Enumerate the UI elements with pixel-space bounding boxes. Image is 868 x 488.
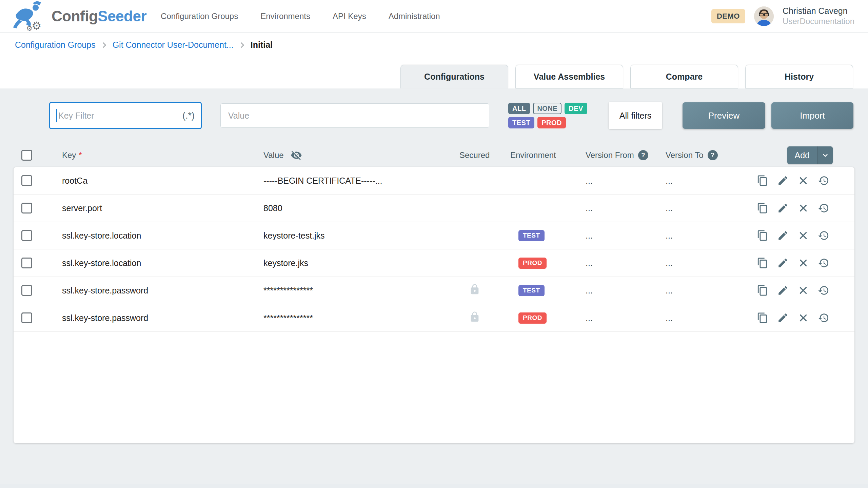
breadcrumb-link-configuration-groups[interactable]: Configuration Groups <box>15 40 96 50</box>
nav-item-administration[interactable]: Administration <box>389 12 440 21</box>
copy-icon[interactable] <box>757 312 768 324</box>
tab-configurations[interactable]: Configurations <box>400 65 508 88</box>
chevron-down-icon[interactable] <box>817 146 833 164</box>
help-icon[interactable]: ? <box>708 150 718 160</box>
edit-icon[interactable] <box>777 230 789 241</box>
environment-filter-badges: ALL NONE DEV TEST PROD <box>508 103 580 128</box>
app-title: ConfigSeeder <box>52 8 146 25</box>
import-button[interactable]: Import <box>771 102 853 129</box>
value-filter-input[interactable] <box>220 103 489 128</box>
row-checkbox[interactable] <box>21 312 32 323</box>
configurations-table: rootCa -----BEGIN CERTIFICATE-----... ..… <box>14 167 854 443</box>
history-icon[interactable] <box>818 230 829 241</box>
svg-text:⚙: ⚙ <box>26 24 33 31</box>
navbar-right: DEMO Christian Cavegn UserDocumentation <box>711 6 854 26</box>
row-checkbox[interactable] <box>21 203 32 214</box>
breadcrumb-current-version: Initial <box>251 40 273 50</box>
version-to-value: ... <box>666 313 673 323</box>
eye-slash-icon[interactable] <box>291 149 302 161</box>
filter-row: (.*) ALL NONE DEV TEST PROD All filters … <box>14 102 854 129</box>
tab-value-assemblies[interactable]: Value Assemblies <box>515 65 623 88</box>
column-header-environment: Environment <box>510 150 586 160</box>
column-header-value: Value <box>263 150 284 160</box>
history-icon[interactable] <box>818 202 829 214</box>
config-key: ssl.key-store.password <box>62 313 263 323</box>
table-row: ssl.key-store.location keystore.jks PROD… <box>14 249 854 277</box>
svg-text:⚙: ⚙ <box>32 19 41 31</box>
env-filter-none[interactable]: NONE <box>533 103 561 114</box>
user-tenant: UserDocumentation <box>783 16 854 26</box>
demo-badge: DEMO <box>711 9 745 23</box>
environment-badge-test: TEST <box>518 230 545 241</box>
add-button-label: Add <box>787 146 817 164</box>
app-logo[interactable]: ⚙ ⚙ ConfigSeeder <box>12 0 146 33</box>
edit-icon[interactable] <box>777 202 789 214</box>
add-button[interactable]: Add <box>787 146 833 164</box>
version-to-value: ... <box>666 176 673 185</box>
user-name: Christian Cavegn <box>783 6 854 16</box>
copy-icon[interactable] <box>757 202 768 214</box>
help-icon[interactable]: ? <box>638 150 648 160</box>
top-navbar: ⚙ ⚙ ConfigSeeder Configuration Groups En… <box>0 0 868 33</box>
delete-icon[interactable] <box>797 175 809 186</box>
tab-history[interactable]: History <box>745 65 853 88</box>
table-row: ssl.key-store.location keystore-test.jks… <box>14 222 854 249</box>
delete-icon[interactable] <box>797 257 809 269</box>
config-value: -----BEGIN CERTIFICATE-----... <box>263 176 459 186</box>
table-row: rootCa -----BEGIN CERTIFICATE-----... ..… <box>14 167 854 195</box>
edit-icon[interactable] <box>777 285 789 296</box>
delete-icon[interactable] <box>797 230 809 241</box>
copy-icon[interactable] <box>757 230 768 241</box>
user-menu[interactable]: Christian Cavegn UserDocumentation <box>783 6 854 26</box>
env-filter-dev[interactable]: DEV <box>565 103 587 114</box>
version-from-value: ... <box>586 258 593 268</box>
regex-suffix: (.*) <box>182 110 195 121</box>
configurations-panel: (.*) ALL NONE DEV TEST PROD All filters … <box>0 88 868 484</box>
all-filters-button[interactable]: All filters <box>609 102 662 129</box>
edit-icon[interactable] <box>777 312 789 324</box>
environment-badge-test: TEST <box>518 285 545 296</box>
history-icon[interactable] <box>818 257 829 269</box>
config-key: server.port <box>62 203 263 213</box>
key-filter-input[interactable] <box>58 111 180 121</box>
config-value: *************** <box>263 313 459 323</box>
edit-icon[interactable] <box>777 175 789 186</box>
row-checkbox[interactable] <box>21 258 32 268</box>
delete-icon[interactable] <box>797 312 809 324</box>
copy-icon[interactable] <box>757 175 768 186</box>
version-from-value: ... <box>586 203 593 213</box>
row-checkbox[interactable] <box>21 175 32 186</box>
select-all-checkbox[interactable] <box>21 150 32 161</box>
nav-item-configuration-groups[interactable]: Configuration Groups <box>161 12 238 21</box>
env-filter-all[interactable]: ALL <box>508 103 530 114</box>
breadcrumb-link-configuration-group[interactable]: Git Connector User-Document... <box>113 40 234 50</box>
history-icon[interactable] <box>818 285 829 296</box>
edit-icon[interactable] <box>777 257 789 269</box>
history-icon[interactable] <box>818 175 829 186</box>
key-filter-field: (.*) <box>49 102 202 129</box>
copy-icon[interactable] <box>757 285 768 296</box>
config-key: rootCa <box>62 176 263 186</box>
chevron-right-icon <box>238 41 246 49</box>
preview-button[interactable]: Preview <box>683 102 765 129</box>
row-checkbox[interactable] <box>21 285 32 296</box>
column-header-version-from: Version From <box>586 150 634 160</box>
env-filter-prod[interactable]: PROD <box>537 117 566 128</box>
delete-icon[interactable] <box>797 202 809 214</box>
version-from-value: ... <box>586 176 593 185</box>
user-avatar[interactable] <box>754 6 774 26</box>
row-checkbox[interactable] <box>21 230 32 241</box>
config-key: ssl.key-store.location <box>62 258 263 268</box>
nav-item-environments[interactable]: Environments <box>260 12 310 21</box>
version-from-value: ... <box>586 313 593 323</box>
history-icon[interactable] <box>818 312 829 324</box>
tab-compare[interactable]: Compare <box>630 65 738 88</box>
table-row: server.port 8080 ... ... <box>14 195 854 222</box>
config-key: ssl.key-store.password <box>62 286 263 296</box>
chevron-right-icon <box>100 41 108 49</box>
env-filter-test[interactable]: TEST <box>508 117 534 128</box>
copy-icon[interactable] <box>757 257 768 269</box>
delete-icon[interactable] <box>797 285 809 296</box>
table-row: ssl.key-store.password *************** P… <box>14 304 854 332</box>
nav-item-api-keys[interactable]: API Keys <box>333 12 366 21</box>
